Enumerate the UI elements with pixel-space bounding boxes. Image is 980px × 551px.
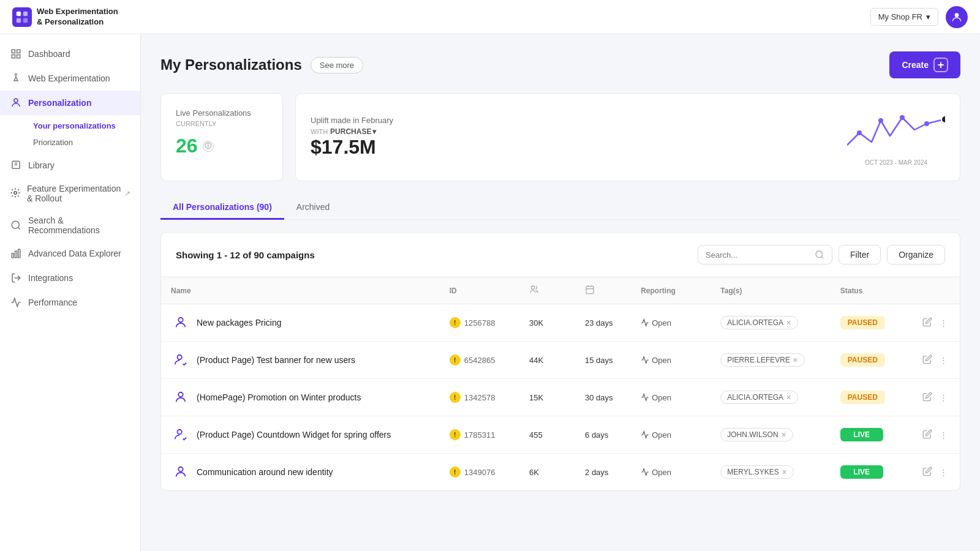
tag-text: PIERRE.LEFEVRE [727,356,790,364]
campaign-id: 1342578 [464,393,496,402]
sidebar-item-performance[interactable]: Performance [0,290,140,315]
sidebar-item-personalization[interactable]: Personalization [0,91,140,115]
campaign-id: 1785311 [464,430,496,440]
sidebar-label-integrations: Integrations [28,273,73,283]
campaign-icon [171,350,190,370]
logo[interactable]: Web Experimentation & Personalization [12,7,118,28]
tag-badge: ALICIA.ORTEGA ✕ [720,316,798,329]
col-header-status: Status [831,277,910,304]
edit-icon[interactable] [920,464,935,481]
sidebar-item-search-recommendations[interactable]: Search & Recommendations [0,209,140,241]
sidebar-label-personalization: Personalization [28,98,91,108]
info-dot: ! [450,467,461,478]
search-icon [815,250,824,260]
svg-point-19 [941,116,945,123]
tag-remove-icon[interactable]: ✕ [793,356,798,364]
create-button[interactable]: Create + [889,51,960,78]
purchase-dropdown[interactable]: PURCHASE ▾ [330,127,376,136]
campaign-icon [171,462,190,482]
reporting-status: Open [652,356,671,365]
tag-remove-icon[interactable]: ✕ [781,431,786,439]
uplift-chart: OCT 2023 - MAR 2024 [847,108,945,166]
search-input[interactable] [706,250,810,260]
tag-remove-icon[interactable]: ✕ [782,468,787,476]
sidebar-item-integrations[interactable]: Integrations [0,266,140,290]
more-options-icon[interactable]: ⋮ [937,428,950,442]
flask-icon [10,72,22,84]
table-row: (Product Page) Countdown Widget for spri… [161,416,960,454]
sidebar-label-performance: Performance [28,298,77,307]
shop-selector[interactable]: My Shop FR ▾ [870,8,938,26]
tabs: All Personalizations (90) Archived [160,196,960,220]
more-options-icon[interactable]: ⋮ [937,353,950,367]
plus-icon: + [933,58,948,72]
create-label: Create [902,60,929,70]
tag-text: ALICIA.ORTEGA [727,318,783,327]
sidebar-item-web-experimentation[interactable]: Web Experimentation [0,66,140,91]
campaign-name: (Product Page) Test banner for new users [197,355,355,365]
svg-rect-12 [12,253,13,258]
stats-row: Live Personalizations CURRENTLY 26 ⓘ Upl… [160,93,960,181]
edit-icon[interactable] [920,315,935,331]
table-toolbar: Showing 1 - 12 of 90 campaigns Filter Or… [161,233,960,277]
svg-rect-2 [17,18,21,22]
search-icon [10,219,22,231]
svg-rect-3 [23,18,28,22]
chart-date: OCT 2023 - MAR 2024 [847,159,945,166]
search-box[interactable] [698,245,832,264]
tag-remove-icon[interactable]: ✕ [786,319,791,327]
svg-point-15 [857,130,862,135]
svg-point-10 [14,191,17,194]
id-badge: ! 1349076 [450,467,510,478]
campaign-name: (Product Page) Countdown Widget for spri… [197,430,391,440]
integration-icon [10,272,22,284]
more-options-icon[interactable]: ⋮ [937,465,950,479]
more-options-icon[interactable]: ⋮ [937,316,950,330]
see-more-button[interactable]: See more [311,57,363,73]
svg-point-4 [955,13,959,17]
sidebar-item-advanced-data-explorer[interactable]: Advanced Data Explorer [0,241,140,266]
tab-archived[interactable]: Archived [284,196,342,220]
organize-button[interactable]: Organize [887,245,945,264]
chart-icon [10,247,22,260]
campaign-id: 1256788 [464,318,496,328]
sidebar-item-feature-experimentation[interactable]: Feature Experimentation& Rollout ↗ [0,178,140,209]
campaign-id: 1349076 [464,468,496,477]
uplift-label: Uplift made in February [311,116,847,125]
library-icon [10,159,22,171]
tab-all-personalizations[interactable]: All Personalizations (90) [160,196,284,220]
svg-rect-0 [17,11,21,15]
top-navigation: Web Experimentation & Personalization My… [0,0,980,34]
avatar[interactable] [946,6,968,28]
tag-badge: MERYL.SYKES ✕ [720,465,793,479]
svg-point-20 [816,251,823,258]
tag-text: MERYL.SYKES [727,468,778,476]
campaign-name: (HomePage) Promotion on Winter products [197,392,361,402]
reporting-status: Open [652,468,671,477]
live-info-icon[interactable]: ⓘ [203,141,214,152]
topnav-left: Web Experimentation & Personalization [12,7,118,28]
edit-icon[interactable] [920,389,935,406]
svg-rect-1 [23,11,28,15]
filter-button[interactable]: Filter [839,245,881,264]
table-row: New packages Pricing ! 1256788 30K 23 da… [161,304,960,342]
sidebar-label-feature-experimentation: Feature Experimentation& Rollout [27,184,121,203]
sidebar-item-dashboard[interactable]: Dashboard [0,42,140,66]
status-badge: PAUSED [840,353,885,367]
svg-rect-7 [12,55,15,58]
status-badge: LIVE [840,428,883,441]
tag-remove-icon[interactable]: ✕ [786,394,791,402]
sidebar-label-search: Search & Recommendations [28,216,130,235]
edit-icon[interactable] [920,427,935,443]
sidebar-sub-item-priorization[interactable]: Priorization [28,134,140,151]
sidebar-item-library[interactable]: Library [0,153,140,178]
svg-point-29 [178,430,182,434]
sidebar-sub-item-your-personalizations[interactable]: Your personalizations [28,118,140,134]
table-row: (HomePage) Promotion on Winter products … [161,379,960,416]
tag-text: JOHN.WILSON [727,430,778,439]
more-options-icon[interactable]: ⋮ [937,391,950,405]
svg-point-9 [14,99,18,102]
edit-icon[interactable] [920,352,935,369]
purchase-label: WITH PURCHASE ▾ [311,127,847,136]
page-header: My Personalizations See more Create + [160,51,960,78]
